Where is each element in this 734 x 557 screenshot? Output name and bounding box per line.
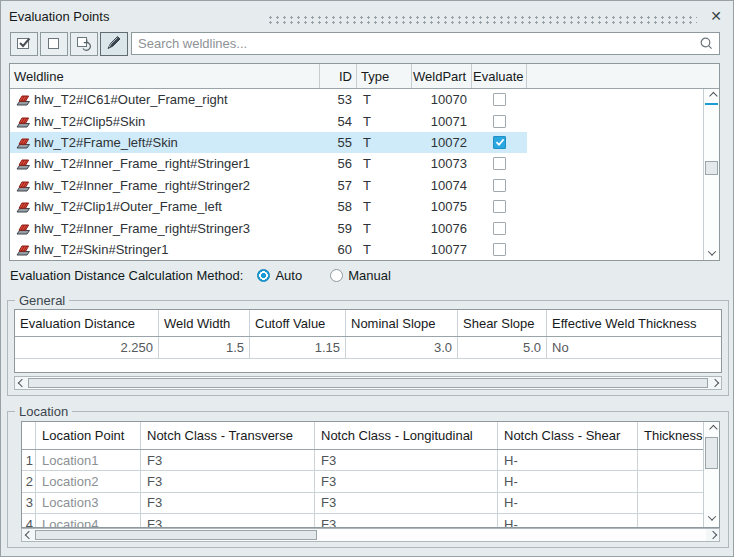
general-horizontal-scrollbar[interactable] xyxy=(14,376,722,390)
weldline-row[interactable]: hlw_T2#Inner_Frame_right#Stringer257T100… xyxy=(10,175,703,196)
row-number: 2 xyxy=(22,471,36,491)
weldline-icon xyxy=(15,136,31,149)
column-header-weldline[interactable]: Weldline xyxy=(10,64,320,88)
header-effective-weld-thickness[interactable]: Effective Weld Thickness xyxy=(547,310,721,336)
location-row[interactable]: 4Location4F3F3H- xyxy=(22,514,703,527)
column-header-type[interactable]: Type xyxy=(357,64,412,88)
value-shear-slope[interactable]: 5.0 xyxy=(458,337,547,358)
weldline-table-header: Weldline ID Type WeldPart Evaluate xyxy=(10,64,719,89)
calculation-method-row: Evaluation Distance Calculation Method: … xyxy=(10,268,391,283)
scrollbar-thumb[interactable] xyxy=(705,161,718,175)
location-point-cell[interactable]: Location1 xyxy=(36,450,141,470)
evaluate-checkbox[interactable] xyxy=(493,200,506,213)
weldline-id: 58 xyxy=(320,196,357,217)
notch-class-transverse-cell[interactable]: F3 xyxy=(141,493,315,513)
header-weld-width[interactable]: Weld Width xyxy=(159,310,250,336)
deselect-all-button[interactable] xyxy=(40,32,68,56)
evaluate-checkbox[interactable] xyxy=(493,243,506,256)
evaluate-checkbox[interactable] xyxy=(493,136,506,149)
scroll-right-icon[interactable] xyxy=(706,529,719,541)
radio-manual-icon[interactable] xyxy=(330,269,343,282)
notch-class-longitudinal-cell[interactable]: F3 xyxy=(315,471,498,491)
pick-weldline-button[interactable] xyxy=(100,32,128,56)
value-evaluation-distance[interactable]: 2.250 xyxy=(15,337,159,358)
evaluate-checkbox[interactable] xyxy=(493,115,506,128)
weldline-row[interactable]: hlw_T2#Clip1#Outer_Frame_left58T10075 xyxy=(10,196,703,217)
notch-class-longitudinal-cell[interactable]: F3 xyxy=(315,493,498,513)
header-evaluation-distance[interactable]: Evaluation Distance xyxy=(15,310,159,336)
evaluate-checkbox[interactable] xyxy=(493,157,506,170)
thickness-cell[interactable] xyxy=(638,450,703,470)
scroll-down-icon[interactable] xyxy=(704,511,719,525)
weldline-type: T xyxy=(357,239,412,260)
value-weld-width[interactable]: 1.5 xyxy=(159,337,250,358)
notch-class-transverse-cell[interactable]: F3 xyxy=(141,471,315,491)
weldline-name: hlw_T2#Clip5#Skin xyxy=(34,110,320,131)
notch-class-shear-cell[interactable]: H- xyxy=(498,471,638,491)
notch-class-shear-cell[interactable]: H- xyxy=(498,493,638,513)
notch-class-transverse-cell[interactable]: F3 xyxy=(141,450,315,470)
location-row[interactable]: 1Location1F3F3H- xyxy=(22,450,703,471)
column-header-id[interactable]: ID xyxy=(320,64,357,88)
radio-auto-icon[interactable] xyxy=(257,269,270,282)
location-horizontal-scrollbar[interactable] xyxy=(21,528,720,542)
evaluate-cell xyxy=(472,132,527,153)
thickness-cell[interactable] xyxy=(638,493,703,513)
weldline-vertical-scrollbar[interactable] xyxy=(703,89,719,260)
scroll-down-icon[interactable] xyxy=(704,246,719,260)
invert-selection-button[interactable] xyxy=(70,32,98,56)
scroll-up-icon[interactable] xyxy=(704,89,719,103)
weldline-name: hlw_T2#Clip1#Outer_Frame_left xyxy=(34,196,320,217)
location-row[interactable]: 3Location3F3F3H- xyxy=(22,493,703,514)
scrollbar-thumb[interactable] xyxy=(28,378,708,388)
notch-class-shear-cell[interactable]: H- xyxy=(498,514,638,527)
notch-class-transverse-cell[interactable]: F3 xyxy=(141,514,315,527)
notch-class-longitudinal-cell[interactable]: F3 xyxy=(315,514,498,527)
evaluate-checkbox[interactable] xyxy=(493,222,506,235)
scroll-left-icon[interactable] xyxy=(15,377,28,389)
radio-option-manual[interactable]: Manual xyxy=(330,268,391,283)
scroll-up-icon[interactable] xyxy=(704,422,719,436)
general-values-row[interactable]: 2.250 1.5 1.15 3.0 5.0 No xyxy=(15,337,721,359)
header-shear-slope[interactable]: Shear Slope xyxy=(458,310,547,336)
weldline-row[interactable]: hlw_T2#Inner_Frame_right#Stringer156T100… xyxy=(10,153,703,174)
header-cutoff-value[interactable]: Cutoff Value xyxy=(250,310,346,336)
select-all-button[interactable] xyxy=(10,32,38,56)
weldline-row[interactable]: hlw_T2#IC61#Outer_Frame_right53T10070 xyxy=(10,89,703,110)
weldline-row[interactable]: hlw_T2#Skin#Stringer160T10077 xyxy=(10,239,703,260)
location-point-cell[interactable]: Location4 xyxy=(36,514,141,527)
evaluate-checkbox[interactable] xyxy=(493,93,506,106)
evaluate-checkbox[interactable] xyxy=(493,179,506,192)
header-location-point[interactable]: Location Point xyxy=(36,422,141,449)
thickness-cell[interactable] xyxy=(638,471,703,491)
weldline-row[interactable]: hlw_T2#Clip5#Skin54T10071 xyxy=(10,110,703,131)
header-notch-class-shear[interactable]: Notch Class - Shear xyxy=(498,422,638,449)
notch-class-shear-cell[interactable]: H- xyxy=(498,450,638,470)
value-nominal-slope[interactable]: 3.0 xyxy=(346,337,458,358)
scrollbar-thumb[interactable] xyxy=(705,437,718,469)
value-cutoff-value[interactable]: 1.15 xyxy=(250,337,346,358)
scroll-left-icon[interactable] xyxy=(22,529,35,541)
location-point-cell[interactable]: Location3 xyxy=(36,493,141,513)
close-icon[interactable]: ✕ xyxy=(706,6,726,26)
header-notch-class-longitudinal[interactable]: Notch Class - Longitudinal xyxy=(315,422,498,449)
notch-class-longitudinal-cell[interactable]: F3 xyxy=(315,450,498,470)
header-nominal-slope[interactable]: Nominal Slope xyxy=(346,310,458,336)
thickness-cell[interactable] xyxy=(638,514,703,527)
weldline-row[interactable]: hlw_T2#Inner_Frame_right#Stringer359T100… xyxy=(10,217,703,238)
value-effective-weld-thickness[interactable]: No xyxy=(547,337,721,358)
header-thickness[interactable]: Thickness xyxy=(638,422,703,449)
scroll-right-icon[interactable] xyxy=(708,377,721,389)
search-input[interactable] xyxy=(132,36,699,51)
weldline-row[interactable]: hlw_T2#Frame_left#Skin55T10072 xyxy=(10,132,527,153)
scrollbar-thumb[interactable] xyxy=(35,530,317,540)
header-notch-class-transverse[interactable]: Notch Class - Transverse xyxy=(141,422,315,449)
location-point-cell[interactable]: Location2 xyxy=(36,471,141,491)
column-header-evaluate[interactable]: Evaluate xyxy=(472,64,527,88)
weldline-icon-cell xyxy=(10,89,34,110)
location-row[interactable]: 2Location2F3F3H- xyxy=(22,471,703,492)
drag-handle[interactable] xyxy=(267,15,697,24)
location-vertical-scrollbar[interactable] xyxy=(703,422,719,527)
column-header-weldpart[interactable]: WeldPart xyxy=(412,64,472,88)
radio-option-auto[interactable]: Auto xyxy=(257,268,302,283)
